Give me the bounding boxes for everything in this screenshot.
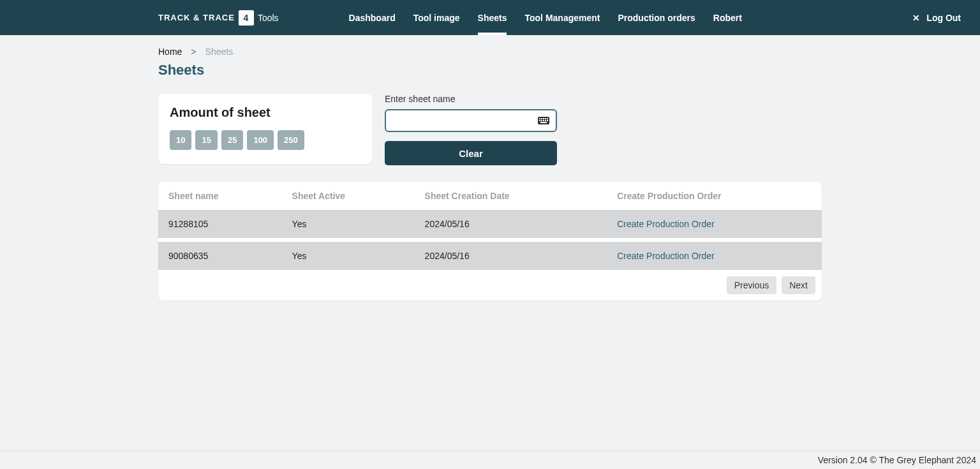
amount-card-title: Amount of sheet [170,105,360,120]
cell-name: 91288105 [158,210,285,240]
cell-date: 2024/05/16 [417,240,610,270]
table-row: 90080635 Yes 2024/05/16 Create Productio… [158,240,822,270]
create-order-link[interactable]: Create Production Order [617,251,715,261]
amount-card: Amount of sheet 10 15 25 100 250 [158,94,372,164]
search-column: Enter sheet name [385,94,557,165]
amount-option-100[interactable]: 100 [247,130,274,150]
svg-rect-4 [545,118,546,119]
cell-name: 90080635 [158,240,285,270]
pager: Previous Next [158,270,822,294]
nav-dashboard[interactable]: Dashboard [349,0,396,35]
amount-option-15[interactable]: 15 [195,130,217,150]
footer-text: Version 2.04 © The Grey Elephant 2024 [818,455,976,465]
next-button[interactable]: Next [782,276,815,294]
main-content: Home > Sheets Sheets Amount of sheet 10 … [158,35,822,450]
clear-button[interactable]: Clear [385,141,557,165]
breadcrumb-home[interactable]: Home [158,47,182,57]
keyboard-icon[interactable] [538,117,549,124]
nav-user[interactable]: Robert [713,0,742,35]
cell-date: 2024/05/16 [417,210,610,240]
svg-rect-1 [539,118,540,119]
col-sheet-date: Sheet Creation Date [417,182,610,210]
footer: Version 2.04 © The Grey Elephant 2024 [0,450,980,469]
nav-tool-image[interactable]: Tool image [413,0,460,35]
breadcrumb: Home > Sheets [158,47,822,57]
create-order-link[interactable]: Create Production Order [617,219,715,229]
logout-label: Log Out [926,13,961,23]
nav-production-orders[interactable]: Production orders [618,0,695,35]
cell-active: Yes [285,210,417,240]
search-input[interactable] [392,115,538,126]
breadcrumb-current: Sheets [205,47,234,57]
svg-rect-9 [545,120,546,121]
prev-button[interactable]: Previous [727,276,776,294]
close-icon: ✕ [912,13,920,22]
app-logo: TRACK & TRACE 4 Tools [158,10,279,26]
amount-option-10[interactable]: 10 [170,130,191,150]
amount-option-250[interactable]: 250 [278,130,304,150]
main-nav: Dashboard Tool image Sheets Tool Managem… [349,0,742,35]
table-row: 91288105 Yes 2024/05/16 Create Productio… [158,210,822,240]
nav-sheets[interactable]: Sheets [478,0,507,35]
breadcrumb-separator: > [191,47,196,57]
svg-rect-8 [543,120,544,121]
sheets-table-card: Sheet name Sheet Active Sheet Creation D… [158,182,822,301]
sheets-table: Sheet name Sheet Active Sheet Creation D… [158,182,822,270]
col-sheet-name: Sheet name [158,182,285,210]
svg-rect-7 [541,120,542,121]
nav-tool-management[interactable]: Tool Management [524,0,600,35]
svg-rect-3 [543,118,544,119]
logo-right: Tools [258,13,279,23]
col-sheet-active: Sheet Active [285,182,417,210]
col-create-order: Create Production Order [609,182,822,210]
app-header: TRACK & TRACE 4 Tools Dashboard Tool ima… [0,0,980,35]
logout-button[interactable]: ✕ Log Out [912,13,961,23]
svg-rect-2 [541,118,542,119]
search-input-wrap [385,109,557,132]
amount-options: 10 15 25 100 250 [170,130,360,150]
logo-left: TRACK & TRACE [158,13,235,22]
cell-active: Yes [285,240,417,270]
svg-rect-10 [547,120,548,121]
search-label: Enter sheet name [385,94,557,104]
amount-option-25[interactable]: 25 [221,130,243,150]
page-title: Sheets [158,62,822,78]
svg-rect-5 [547,118,548,119]
svg-rect-11 [540,122,547,123]
logo-badge: 4 [239,10,254,26]
svg-rect-6 [539,120,540,121]
